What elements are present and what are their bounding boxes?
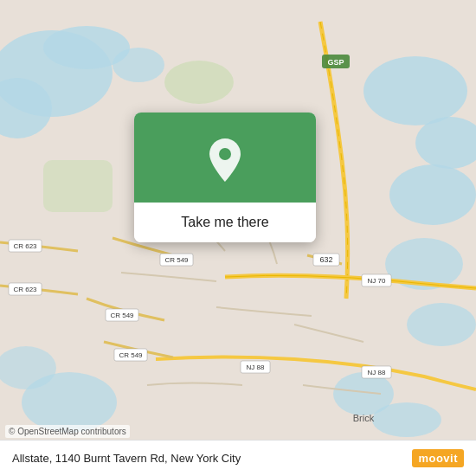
popup-card: Take me there (134, 113, 316, 242)
svg-text:NJ 88: NJ 88 (368, 369, 386, 376)
svg-text:CR 549: CR 549 (119, 351, 143, 359)
address-text: Allstate, 1140 Burnt Tavern Rd, New York… (12, 452, 412, 465)
svg-text:632: 632 (319, 255, 332, 264)
svg-point-9 (407, 303, 476, 346)
take-me-there-button[interactable]: Take me there (134, 203, 316, 242)
osm-text: © OpenStreetMap contributors (9, 427, 126, 436)
moovit-logo: moovit (412, 449, 464, 467)
svg-point-37 (219, 148, 231, 160)
bottom-bar: Allstate, 1140 Burnt Tavern Rd, New York… (0, 440, 476, 476)
svg-point-11 (372, 402, 441, 437)
osm-attribution: © OpenStreetMap contributors (5, 425, 130, 438)
popup-header (134, 113, 316, 203)
location-pin-icon (206, 137, 244, 183)
svg-text:CR 549: CR 549 (110, 312, 134, 319)
svg-text:NJ 70: NJ 70 (368, 277, 386, 285)
svg-point-4 (113, 48, 164, 82)
svg-point-7 (389, 164, 476, 225)
svg-rect-15 (43, 160, 113, 212)
moovit-logo-box: moovit (412, 449, 464, 467)
svg-point-5 (363, 56, 467, 125)
map-container: GSP CR 623 CR 623 CR 549 CR 549 CR 549 6… (0, 0, 476, 476)
svg-text:CR 549: CR 549 (164, 256, 189, 264)
svg-text:GSP: GSP (327, 58, 344, 67)
svg-point-14 (164, 61, 234, 104)
svg-text:NJ 88: NJ 88 (247, 363, 265, 371)
svg-text:CR 623: CR 623 (13, 286, 37, 293)
svg-text:CR 623: CR 623 (13, 242, 37, 250)
svg-text:Brick: Brick (353, 413, 375, 423)
